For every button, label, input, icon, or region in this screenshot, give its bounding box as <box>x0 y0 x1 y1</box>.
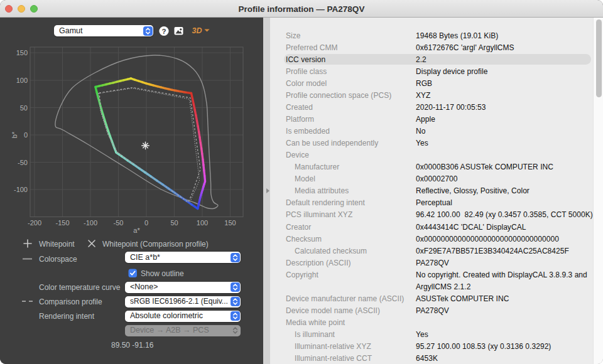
svg-text:50: 50 <box>170 219 178 227</box>
svg-text:-100: -100 <box>84 219 97 227</box>
svg-text:a*: a* <box>133 227 140 234</box>
svg-text:-50: -50 <box>114 219 124 227</box>
svg-text:50: 50 <box>20 104 28 112</box>
svg-text:100: 100 <box>16 77 28 84</box>
svg-text:0: 0 <box>24 131 28 139</box>
svg-text:b*: b* <box>11 131 18 138</box>
svg-text:?: ? <box>161 28 166 35</box>
svg-text:-150: -150 <box>55 219 69 227</box>
svg-text:150: 150 <box>16 49 28 56</box>
svg-text:150: 150 <box>224 219 236 227</box>
svg-text:-200: -200 <box>28 219 41 227</box>
svg-text:100: 100 <box>197 219 208 227</box>
svg-text:0: 0 <box>144 219 148 227</box>
svg-text:-100: -100 <box>14 186 28 193</box>
svg-text:-50: -50 <box>18 159 28 166</box>
